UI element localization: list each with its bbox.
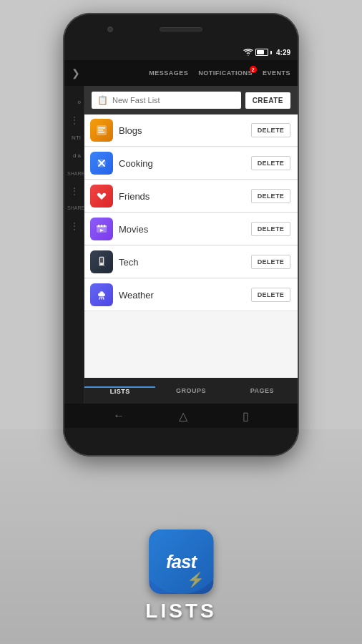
content-wrapper: o ⋮ NTI d a SHARES ⋮ SHARES ⋮ 📋 xyxy=(64,86,298,404)
nav-tab-messages[interactable]: MESSAGES xyxy=(149,69,188,77)
svg-rect-1 xyxy=(98,127,105,129)
lists-container: Blogs DELETE xyxy=(84,114,298,378)
nav-tab-notifications[interactable]: NOTIFICATIONS 2 xyxy=(198,69,253,77)
svg-rect-14 xyxy=(100,258,103,263)
bottom-tabs: LISTS GROUPS PAGES xyxy=(84,378,298,404)
nav-bar: ❯ MESSAGES NOTIFICATIONS 2 EVENTS xyxy=(64,60,298,86)
sidebar-item-shares-2: SHARES xyxy=(64,200,84,217)
status-icons: 4:29 xyxy=(243,49,290,57)
weather-icon xyxy=(90,283,113,306)
phone-inner: 4:29 ❯ MESSAGES NOTIFICATIONS 2 EVENTS xyxy=(64,14,298,455)
speaker xyxy=(160,27,202,31)
nav-tabs: MESSAGES NOTIFICATIONS 2 EVENTS xyxy=(86,69,290,77)
create-bar: 📋 CREATE xyxy=(84,86,298,114)
android-home-button[interactable]: △ xyxy=(179,409,187,423)
main-content: 📋 CREATE xyxy=(84,86,298,404)
android-nav: ← △ ▯ xyxy=(64,404,298,428)
friends-delete-button[interactable]: DELETE xyxy=(251,189,290,203)
list-item-tech: Tech DELETE xyxy=(84,246,298,278)
svg-line-18 xyxy=(99,297,100,299)
cooking-label: Cooking xyxy=(119,158,245,169)
list-item-friends: Friends DELETE xyxy=(84,180,298,213)
svg-rect-16 xyxy=(99,265,104,265)
camera xyxy=(107,26,113,32)
svg-rect-11 xyxy=(104,225,105,227)
cooking-icon xyxy=(90,152,113,175)
friends-icon xyxy=(90,185,113,208)
android-back-button[interactable]: ← xyxy=(113,409,124,422)
sidebar-dots-2: ⋮ xyxy=(64,182,84,200)
list-item-movies: Movies DELETE xyxy=(84,213,298,245)
battery-icon xyxy=(255,49,268,56)
sidebar-dots-3: ⋮ xyxy=(64,218,84,235)
phone-bottom-bar xyxy=(64,428,298,455)
blogs-label: Blogs xyxy=(119,125,245,136)
tab-lists[interactable]: LISTS xyxy=(84,386,155,395)
friends-label: Friends xyxy=(119,191,245,202)
nav-tab-events[interactable]: EVENTS xyxy=(263,69,290,77)
sidebar-dots-1: ⋮ xyxy=(64,112,84,129)
tech-delete-button[interactable]: DELETE xyxy=(251,255,290,269)
movies-label: Movies xyxy=(119,224,245,235)
svg-line-20 xyxy=(103,297,104,299)
blogs-delete-button[interactable]: DELETE xyxy=(251,123,290,137)
weather-label: Weather xyxy=(119,290,245,301)
tech-label: Tech xyxy=(119,257,245,268)
screen: 4:29 ❯ MESSAGES NOTIFICATIONS 2 EVENTS xyxy=(64,44,298,428)
list-item-weather: Weather DELETE xyxy=(84,279,298,311)
fast-logo: fast ⚡ xyxy=(149,530,213,594)
tab-groups[interactable]: GROUPS xyxy=(155,387,226,394)
nav-back-arrow[interactable]: ❯ xyxy=(72,67,80,79)
status-time: 4:29 xyxy=(276,49,290,57)
create-button[interactable]: CREATE xyxy=(245,92,290,109)
notification-badge: 2 xyxy=(250,66,257,73)
movies-icon xyxy=(90,218,113,240)
sidebar-item-shares-1: SHARES xyxy=(64,165,84,182)
weather-delete-button[interactable]: DELETE xyxy=(251,288,290,302)
cooking-delete-button[interactable]: DELETE xyxy=(251,156,290,170)
list-item-cooking: Cooking DELETE xyxy=(84,147,298,180)
android-recents-button[interactable]: ▯ xyxy=(243,409,249,423)
lists-label: LISTS xyxy=(145,600,216,623)
battery-fill xyxy=(257,50,265,54)
list-icon: 📋 xyxy=(97,95,108,105)
tech-icon xyxy=(90,250,113,273)
fast-bolt-icon: ⚡ xyxy=(187,571,205,588)
blogs-icon xyxy=(90,119,113,142)
svg-rect-9 xyxy=(98,225,99,227)
sidebar-item-nti: NTI xyxy=(64,129,84,147)
svg-rect-10 xyxy=(101,225,102,227)
svg-rect-2 xyxy=(98,130,103,131)
wifi-icon xyxy=(243,49,253,56)
battery-tip xyxy=(270,51,272,54)
new-list-input-wrapper[interactable]: 📋 xyxy=(92,92,241,109)
fast-logo-text: fast xyxy=(166,551,196,573)
new-list-input[interactable] xyxy=(112,96,235,104)
sidebar-item-da: d a xyxy=(64,147,84,165)
sidebar-partial: o ⋮ NTI d a SHARES ⋮ SHARES ⋮ xyxy=(64,86,84,404)
phone-shell: 4:29 ❯ MESSAGES NOTIFICATIONS 2 EVENTS xyxy=(63,13,299,457)
tab-pages[interactable]: PAGES xyxy=(227,387,298,394)
status-bar: 4:29 xyxy=(64,44,298,60)
phone-top-bar xyxy=(64,14,298,44)
logo-area: fast ⚡ LISTS xyxy=(145,530,216,623)
list-item-blogs: Blogs DELETE xyxy=(84,114,298,147)
svg-rect-3 xyxy=(98,132,104,133)
svg-point-15 xyxy=(101,263,102,265)
movies-delete-button[interactable]: DELETE xyxy=(251,222,290,236)
sidebar-item-o: o xyxy=(64,93,84,112)
